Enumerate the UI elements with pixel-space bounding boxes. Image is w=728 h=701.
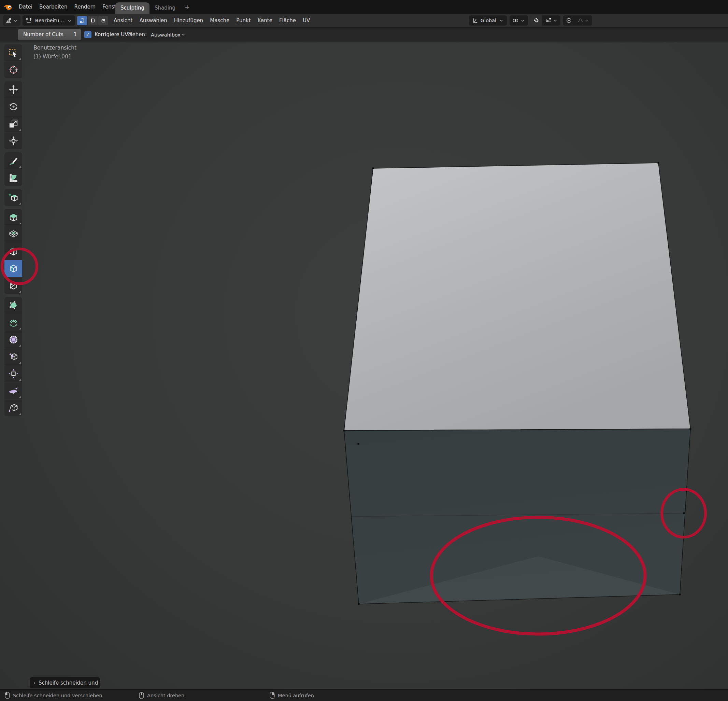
tool-measure-button[interactable]	[4, 169, 22, 186]
viewport-menu-hinzufugen[interactable]: Hinzufügen	[170, 14, 207, 28]
status-hint-schleife-schneiden-und-verschieben: Schleife schneiden und verschieben	[5, 690, 102, 701]
correct-uvs-checkbox[interactable]: ✓	[84, 31, 91, 38]
snap-target-dropdown[interactable]	[542, 17, 560, 23]
tool-rotate-button[interactable]	[4, 98, 22, 115]
tool-poly-build-button[interactable]	[4, 297, 22, 314]
viewport-menu-flache[interactable]: Fläche	[276, 14, 299, 28]
tool-cursor-button[interactable]	[4, 61, 22, 78]
rip-region-icon	[8, 403, 19, 413]
flyout-indicator	[19, 274, 21, 275]
tool-scale-button[interactable]	[4, 116, 22, 132]
tool-settings-bar: Number of Cuts 1 ✓ Korrigiere UV's Ziehe…	[0, 28, 728, 42]
blender-logo-icon	[3, 3, 13, 10]
tool-shear-button[interactable]	[4, 382, 22, 399]
face-select-mode-button[interactable]	[98, 16, 108, 25]
falloff-dropdown[interactable]	[574, 17, 592, 23]
tool-select-box-button[interactable]	[4, 44, 22, 61]
tool-shrink-fatten-button[interactable]	[4, 365, 22, 382]
tool-edge-slide-button[interactable]	[4, 348, 22, 365]
smooth-icon	[8, 334, 19, 345]
pivot-point-dropdown[interactable]	[510, 15, 528, 26]
orientation-axes-icon	[472, 17, 478, 23]
pivot-point-icon	[512, 17, 519, 23]
operator-panel-label: Schleife schneiden und v	[39, 680, 100, 686]
viewport-menu-ansicht[interactable]: Ansicht	[110, 14, 136, 28]
spin-icon	[8, 317, 19, 328]
snap-toggle-button[interactable]	[531, 15, 542, 26]
number-of-cuts-field[interactable]: Number of Cuts 1	[18, 29, 81, 40]
edit-mode-icon	[26, 17, 32, 24]
tool-bevel-button[interactable]	[4, 243, 22, 260]
proportional-edit-toggle[interactable]	[563, 15, 574, 26]
tool-add-cube-button[interactable]	[4, 189, 22, 206]
tool-rip-region-button[interactable]	[4, 400, 22, 416]
topbar-menu-rendern[interactable]: Rendern	[71, 0, 99, 14]
tool-move-button[interactable]	[4, 81, 22, 98]
tool-spin-button[interactable]	[4, 314, 22, 331]
operator-panel[interactable]: › Schleife schneiden und v	[30, 677, 100, 688]
header-right-cluster: Global	[469, 15, 592, 26]
viewport-3d[interactable]	[0, 42, 728, 690]
drag-mode-value: Auswahlbox	[151, 32, 181, 38]
chevron-down-icon	[553, 18, 558, 23]
snap-increment-icon	[545, 17, 552, 23]
proportional-edit-group	[563, 15, 592, 26]
status-hint-label: Ansicht drehen	[147, 693, 184, 698]
transform-icon	[8, 136, 19, 146]
topbar-menu-bearbeiten[interactable]: Bearbeiten	[36, 0, 71, 14]
workspace-tabs: SculptingShading +	[116, 0, 194, 14]
status-hint-menu-aufrufen: Menü aufrufen	[270, 690, 314, 701]
viewport-menu-punkt[interactable]: Punkt	[233, 14, 254, 28]
drag-mode-dropdown[interactable]: Auswahlbox	[147, 29, 180, 40]
viewport-menu-auswahlen[interactable]: Auswählen	[136, 14, 170, 28]
topbar-menu-datei[interactable]: Datei	[15, 0, 36, 14]
magnet-icon	[533, 17, 540, 23]
annotate-icon	[8, 155, 19, 166]
tool-inset-faces-button[interactable]	[4, 226, 22, 243]
drag-label: Ziehen:	[127, 28, 147, 42]
tool-transform-button[interactable]	[4, 132, 22, 149]
rotate-icon	[8, 101, 19, 112]
cursor-icon	[8, 65, 19, 75]
tool-knife-button[interactable]	[4, 277, 22, 294]
chevron-down-icon	[584, 18, 589, 23]
move-icon	[8, 84, 19, 95]
scale-icon	[8, 119, 19, 129]
workspace-tab-shading[interactable]: Shading	[149, 2, 181, 14]
cuts-value: 1	[74, 29, 77, 40]
flyout-indicator	[19, 203, 21, 204]
vertex-select-mode-button[interactable]	[77, 16, 87, 25]
loop-cut-icon	[8, 263, 19, 274]
viewport-menus: AnsichtAuswählenHinzufügenMaschePunktKan…	[110, 14, 313, 28]
editor-type-button[interactable]	[3, 15, 20, 26]
tool-smooth-button[interactable]	[4, 331, 22, 348]
mode-select-dropdown[interactable]: Bearbeitu...	[23, 15, 75, 26]
transform-orientation-dropdown[interactable]: Global	[469, 15, 507, 26]
edge-select-mode-button[interactable]	[88, 16, 98, 25]
select-mode-group	[77, 16, 108, 25]
add-workspace-button[interactable]: +	[181, 1, 194, 14]
viewport-menu-uv[interactable]: UV	[299, 14, 313, 28]
workspace-tab-sculpting[interactable]: Sculpting	[116, 2, 149, 14]
add-cube-icon	[8, 192, 19, 203]
extrude-region-icon	[8, 212, 19, 223]
statusbar: Schleife schneiden und verschiebenAnsich…	[0, 689, 728, 701]
flyout-indicator	[19, 291, 21, 293]
flyout-indicator	[19, 396, 21, 398]
tool-extrude-region-button[interactable]	[4, 209, 22, 226]
flyout-indicator	[19, 58, 21, 60]
chevron-down-icon	[181, 32, 186, 37]
mouse-left-icon	[5, 692, 10, 699]
viewport-menu-masche[interactable]: Masche	[207, 14, 233, 28]
view-name-label: Benutzeransicht	[33, 43, 77, 52]
snap-group	[531, 15, 560, 26]
object-name-label: (1) Würfel.001	[33, 52, 77, 61]
cuts-label: Number of Cuts	[23, 29, 64, 40]
tool-loop-cut-button[interactable]	[4, 260, 22, 277]
viewport-menu-kante[interactable]: Kante	[254, 14, 276, 28]
chevron-down-icon	[499, 18, 504, 23]
flyout-indicator	[19, 362, 21, 364]
tool-annotate-button[interactable]	[4, 152, 22, 169]
status-hint-label: Schleife schneiden und verschieben	[13, 693, 102, 698]
flyout-indicator	[19, 345, 21, 346]
